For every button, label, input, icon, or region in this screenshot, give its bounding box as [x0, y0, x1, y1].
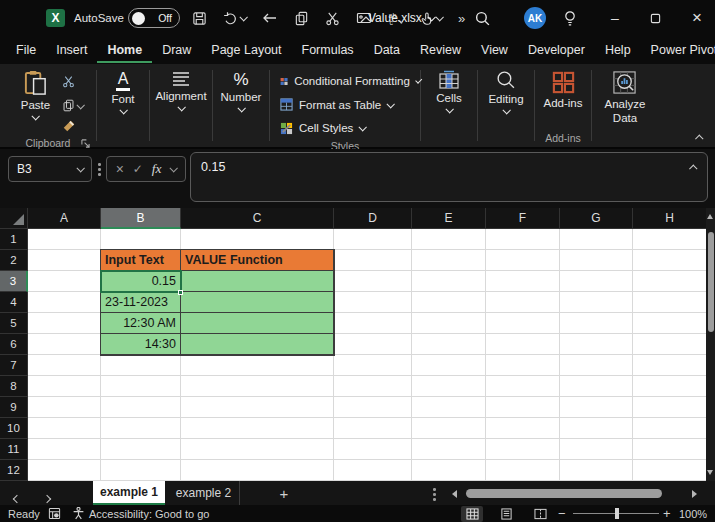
macro-record-icon[interactable]	[48, 507, 61, 520]
sheet-nav-right-icon[interactable]	[44, 488, 50, 506]
addins-button[interactable]: Add-ins	[536, 70, 591, 132]
format-painter-icon[interactable]	[62, 119, 83, 137]
tabbar-options-dots[interactable]	[433, 493, 436, 496]
row-header-4[interactable]: 4	[0, 292, 28, 313]
page-layout-view-icon[interactable]	[495, 506, 517, 522]
row-header-7[interactable]: 7	[0, 355, 28, 376]
menu-view[interactable]: View	[471, 37, 518, 63]
zoom-in-button[interactable]: +	[663, 506, 671, 521]
collapse-ribbon-chevron-icon[interactable]	[695, 134, 703, 142]
zoom-slider-handle[interactable]	[615, 508, 619, 519]
formula-bar-collapse-chevron-icon[interactable]	[689, 164, 697, 172]
column-header-B[interactable]: B	[101, 208, 181, 229]
zoom-out-button[interactable]: −	[558, 506, 566, 521]
paste-button[interactable]: Paste	[13, 70, 58, 137]
menu-insert[interactable]: Insert	[46, 37, 97, 63]
menu-file[interactable]: File	[6, 37, 46, 63]
menu-power-pivot[interactable]: Power Pivot	[641, 37, 715, 63]
hscroll-left-arrow-icon[interactable]	[452, 490, 457, 498]
cell-C2[interactable]: VALUE Function	[181, 250, 334, 271]
row-header-12[interactable]: 12	[0, 460, 28, 481]
autosave-toggle[interactable]: Off	[128, 8, 180, 28]
sheet-nav-left-icon[interactable]	[14, 488, 20, 506]
row-header-9[interactable]: 9	[0, 397, 28, 418]
touch-mode-chevron-icon[interactable]	[435, 13, 443, 21]
document-title[interactable]: Value.xlsx	[368, 0, 434, 36]
add-sheet-button[interactable]: +	[274, 481, 294, 505]
scroll-down-arrow-icon[interactable]	[707, 470, 713, 475]
fill-handle[interactable]	[178, 290, 183, 295]
more-commands-icon[interactable]: »	[458, 11, 465, 26]
cancel-icon[interactable]: ×	[116, 161, 124, 177]
column-header-E[interactable]: E	[412, 208, 486, 229]
row-header-11[interactable]: 11	[0, 439, 28, 460]
vertical-scrollbar[interactable]	[706, 208, 715, 481]
page-break-preview-icon[interactable]	[529, 506, 551, 522]
menu-formulas[interactable]: Formulas	[292, 37, 364, 63]
row-header-5[interactable]: 5	[0, 313, 28, 334]
sheet-tab-example-1[interactable]: example 1	[93, 481, 165, 505]
horizontal-scrollbar-thumb[interactable]	[466, 489, 662, 498]
zoom-slider[interactable]	[573, 513, 659, 514]
select-all-corner[interactable]	[0, 208, 28, 229]
cell-B3[interactable]: 0.15	[101, 271, 181, 292]
row-header-2[interactable]: 2	[0, 250, 28, 271]
zoom-level[interactable]: 100%	[679, 505, 707, 522]
cut-small-icon[interactable]	[62, 74, 83, 92]
row-header-3[interactable]: 3	[0, 271, 28, 292]
column-header-A[interactable]: A	[28, 208, 101, 229]
column-header-H[interactable]: H	[633, 208, 707, 229]
scroll-up-arrow-icon[interactable]	[707, 214, 713, 219]
copy-small-icon[interactable]	[62, 99, 83, 112]
font-button[interactable]: A Font	[103, 70, 142, 132]
undo-dropdown-chevron-icon[interactable]	[239, 13, 247, 21]
column-header-C[interactable]: C	[181, 208, 334, 229]
column-header-D[interactable]: D	[334, 208, 412, 229]
row-header-1[interactable]: 1	[0, 229, 28, 250]
formula-input[interactable]: 0.15	[190, 152, 708, 202]
row-header-10[interactable]: 10	[0, 418, 28, 439]
save-icon[interactable]	[192, 11, 207, 26]
vertical-scrollbar-thumb[interactable]	[708, 232, 714, 332]
menu-page-layout[interactable]: Page Layout	[201, 37, 291, 63]
row-header-8[interactable]: 8	[0, 376, 28, 397]
cell-C5[interactable]	[181, 313, 334, 334]
editing-button[interactable]: Editing	[480, 70, 531, 132]
format-as-table-button[interactable]: Format as Table	[270, 94, 420, 117]
column-header-F[interactable]: F	[486, 208, 560, 229]
alignment-button[interactable]: Alignment	[147, 70, 214, 132]
menu-developer[interactable]: Developer	[518, 37, 595, 63]
cell-B5[interactable]: 12:30 AM	[101, 313, 181, 334]
cell-styles-button[interactable]: Cell Styles	[270, 117, 420, 140]
menu-draw[interactable]: Draw	[152, 37, 201, 63]
search-icon[interactable]	[474, 0, 491, 36]
menu-home[interactable]: Home	[97, 37, 152, 63]
cell-B2[interactable]: Input Text	[101, 250, 181, 271]
copy-icon[interactable]	[294, 11, 309, 26]
hscroll-right-arrow-icon[interactable]	[692, 490, 697, 498]
cell-C6[interactable]	[181, 334, 334, 355]
cell-B6[interactable]: 14:30	[101, 334, 181, 355]
cell-B4[interactable]: 23-11-2023	[101, 292, 181, 313]
horizontal-scrollbar[interactable]	[464, 489, 686, 498]
menu-data[interactable]: Data	[364, 37, 410, 63]
menu-help[interactable]: Help	[595, 37, 641, 63]
cell-C3[interactable]	[181, 271, 334, 292]
sheet-tab-example-2[interactable]: example 2	[168, 481, 240, 505]
column-header-G[interactable]: G	[560, 208, 633, 229]
insert-function-icon[interactable]: fx	[152, 161, 162, 177]
conditional-formatting-button[interactable]: Conditional Formatting	[270, 70, 420, 93]
minimize-button[interactable]: –	[600, 0, 630, 36]
cell-C4[interactable]	[181, 292, 334, 313]
close-button[interactable]: ×	[682, 0, 712, 36]
formula-bar-drag-dots[interactable]	[98, 168, 101, 171]
enter-check-icon[interactable]: ✓	[133, 162, 143, 176]
avatar[interactable]: AK	[524, 7, 546, 29]
sheet-grid[interactable]: Input Text VALUE Function 0.15 23-11-202…	[0, 208, 707, 481]
normal-view-icon[interactable]	[461, 506, 483, 522]
menu-review[interactable]: Review	[410, 37, 471, 63]
maximize-button[interactable]	[640, 0, 670, 36]
number-button[interactable]: % Number	[213, 70, 270, 132]
cut-icon[interactable]	[325, 11, 340, 26]
redo-icon[interactable]	[262, 12, 278, 24]
